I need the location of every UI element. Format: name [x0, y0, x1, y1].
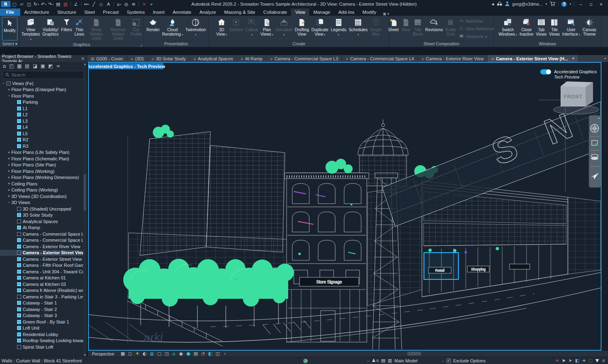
- cart-icon[interactable]: [550, 1, 555, 7]
- reveal-hidden-elements-icon[interactable]: ●: [185, 351, 192, 356]
- panel-label-presentation[interactable]: Presentation: [144, 41, 208, 47]
- dropdown-arrow-icon[interactable]: ▾: [120, 3, 121, 6]
- open-icon[interactable]: ▱: [18, 1, 25, 8]
- tree-item-ceiling-plans-working[interactable]: +Ceiling Plans (Working): [0, 187, 87, 194]
- ribbon-button-3d-view[interactable]: 3DView ▾: [215, 17, 229, 41]
- tree-item-camera-exterior-river-view[interactable]: Camera - Exterior River View: [0, 243, 87, 250]
- ribbon-tab-annotate[interactable]: Annotate: [169, 9, 195, 16]
- tree-item-floor-plans[interactable]: −Floor Plans: [0, 93, 87, 99]
- tree-item-camera-at-kitchen-03[interactable]: Camera at Kitchen 03: [0, 281, 87, 287]
- tree-item-camera-commercial-space-l3[interactable]: Camera - Commercial Space L3: [0, 231, 87, 237]
- pan-zoom-icon[interactable]: ◫: [214, 351, 221, 356]
- panel-label-select[interactable]: Select ▾: [0, 41, 19, 47]
- select-pinned-icon[interactable]: ➤: [562, 358, 565, 363]
- worksharing-display-icon[interactable]: ◔: [199, 351, 207, 356]
- view-tab-3d[interactable]: ⌂{3D}: [127, 55, 148, 62]
- unlocked-view-icon[interactable]: ⌂: [170, 351, 178, 356]
- ribbon-button-cloud-rendering[interactable]: CloudRendering ▾: [161, 17, 184, 41]
- view-tab-camera-commercial-space-l4[interactable]: ⌂Camera - Commercial Space L4: [342, 55, 418, 62]
- tree-item-floor-plans-enlarged-plan[interactable]: +Floor Plans (Enlarged Plan): [0, 87, 87, 93]
- schedules-icon[interactable]: ▦: [17, 63, 21, 69]
- ui-views-icon[interactable]: ▢: [11, 1, 18, 8]
- navbar-close-icon[interactable]: ×: [598, 116, 600, 120]
- ribbon-tab-precast[interactable]: Precast: [99, 9, 123, 16]
- tree-item-l4[interactable]: L4: [0, 124, 87, 131]
- tree-expander[interactable]: +: [6, 150, 11, 155]
- tree-item-views-fe[interactable]: −Views (Fe): [0, 80, 87, 87]
- center-building[interactable]: Store Signage: [285, 159, 369, 342]
- revit-links-icon[interactable]: ◩: [48, 63, 53, 69]
- ribbon-button-plan-views[interactable]: PlanViews ▾: [259, 17, 275, 41]
- link-icon[interactable]: ∞: [56, 63, 60, 69]
- dropdown-arrow-icon[interactable]: ▾: [45, 3, 46, 6]
- dropdown-arrow-icon[interactable]: ▾: [181, 33, 183, 36]
- design-options-chevron-icon[interactable]: ⌄: [442, 359, 444, 362]
- tree-item-l1[interactable]: L1: [0, 105, 87, 112]
- families-icon[interactable]: ◪: [33, 63, 37, 69]
- ribbon-tab-steel[interactable]: Steel: [80, 9, 99, 16]
- tree-item-camera-exterior-street-view-h[interactable]: Camera - Exterior Street View (H: [0, 250, 87, 256]
- scroll-down-icon[interactable]: ▼: [84, 353, 86, 356]
- project-browser-header[interactable]: Project Browser - Snowdon Towers Sample …: [0, 55, 87, 62]
- tree-item-l3[interactable]: L3: [0, 118, 87, 124]
- tree-item-camera-at-kitchen-01[interactable]: Camera at Kitchen 01: [0, 275, 87, 281]
- ribbon-button-drafting-view[interactable]: DraftingView: [293, 17, 310, 41]
- tree-item-floor-plans-schematic-plan[interactable]: +Floor Plans (Schematic Plan): [0, 155, 87, 162]
- tree-item-r2[interactable]: R2: [0, 137, 87, 143]
- dropdown-arrow-icon[interactable]: ▾: [338, 33, 339, 36]
- tree-item-floor-plans-life-safety-plan[interactable]: +Floor Plans (Life Safety Plan): [0, 149, 87, 156]
- groups-icon[interactable]: ▣: [41, 63, 45, 69]
- text-icon[interactable]: A: [105, 1, 112, 8]
- ribbon-button-user-interface[interactable]: UserInterface ▾: [561, 17, 581, 41]
- filter-icon[interactable]: ▼: [595, 358, 599, 363]
- ribbon-button-close-inactive[interactable]: CloseInactive: [518, 17, 535, 41]
- ribbon-button-duplicate-view[interactable]: DuplicateView ▾: [310, 17, 330, 41]
- selected-storefront[interactable]: [424, 253, 458, 279]
- ribbon-button-thin-lines[interactable]: ThinLines: [73, 17, 86, 42]
- viewcube-front-face[interactable]: FRONT: [564, 94, 582, 100]
- tree-expander[interactable]: +: [6, 87, 11, 92]
- tree-expander[interactable]: +: [6, 169, 11, 173]
- tree-expander[interactable]: −: [1, 81, 6, 85]
- dropdown-arrow-icon[interactable]: ▾: [195, 33, 196, 36]
- tree-item-cutaway-stair-3[interactable]: Cutaway - Stair 3: [0, 313, 87, 319]
- ribbon-button-render[interactable]: Render: [145, 17, 161, 41]
- dropdown-arrow-icon[interactable]: ▾: [358, 33, 359, 36]
- temporary-hide-isolate-icon[interactable]: ◉: [178, 351, 185, 356]
- panel-label-graphics[interactable]: Graphics◿: [20, 42, 143, 47]
- visual-style-icon[interactable]: ◻: [126, 351, 134, 356]
- rendering-dialog-icon[interactable]: ◍: [148, 351, 156, 356]
- tree-item-floor-plans-working-dimensions[interactable]: +Floor Plans (Working Dimensions): [0, 175, 87, 181]
- ribbon-button-schedules[interactable]: Schedules ▾: [347, 17, 369, 41]
- tree-item-camera-fr-above-realistic-wo-poi[interactable]: Camera fr Above (Realistic) wo Poi: [0, 287, 87, 294]
- ribbon-button-tab-views[interactable]: TabViews: [535, 17, 548, 41]
- close-tab-icon[interactable]: ×: [572, 56, 574, 61]
- editable-only-icon[interactable]: ♟:0: [372, 358, 379, 363]
- tree-item-analytical-spaces[interactable]: Analytical Spaces: [0, 218, 87, 225]
- view-tab-g000-cover[interactable]: ▤G000 - Cover: [87, 55, 127, 62]
- ribbon-tab-modify[interactable]: Modify: [358, 9, 380, 16]
- worksets-chevron-icon[interactable]: ⌄: [367, 359, 369, 362]
- panel-label-create[interactable]: Create: [209, 41, 389, 47]
- ribbon-tab-analyze[interactable]: Analyze: [195, 9, 220, 16]
- ribbon-tab-add-ins[interactable]: Add-Ins: [334, 9, 359, 16]
- dropdown-arrow-icon[interactable]: ▾: [38, 3, 39, 6]
- horizontal-scroll-thumb[interactable]: [407, 352, 421, 355]
- tree-item-camera-in-stair-3-parking-level[interactable]: Camera in Stair 3 - Parking Level: [0, 294, 87, 300]
- view-tab-at-ramp[interactable]: ⌂At Ramp: [237, 55, 267, 62]
- tree-expander[interactable]: +: [6, 188, 11, 192]
- tree-expander[interactable]: +: [6, 156, 11, 161]
- ribbon-tab-insert[interactable]: Insert: [149, 9, 169, 16]
- dropdown-arrow-icon[interactable]: ▾: [225, 33, 227, 36]
- shadows-icon[interactable]: ◐: [141, 351, 148, 356]
- ribbon-button-canvas-theme[interactable]: CanvasTheme: [581, 17, 597, 41]
- view-scale-label[interactable]: Perspective: [88, 351, 119, 356]
- tree-expander[interactable]: +: [6, 194, 11, 198]
- tree-item-at-ramp[interactable]: At Ramp: [0, 225, 87, 231]
- tree-item-parking[interactable]: Parking: [0, 99, 87, 106]
- tree-expander[interactable]: +: [6, 163, 11, 167]
- view-tab-3d-solar-study[interactable]: ⌂3D Solar Study: [148, 55, 190, 62]
- tree-item-camera-unit-304-toward-core[interactable]: Camera - Unit 304 - Toward Core: [0, 268, 87, 275]
- dropdown-arrow-icon[interactable]: ▾: [578, 33, 580, 36]
- default-3d-view-icon[interactable]: ⌂▾: [116, 1, 122, 8]
